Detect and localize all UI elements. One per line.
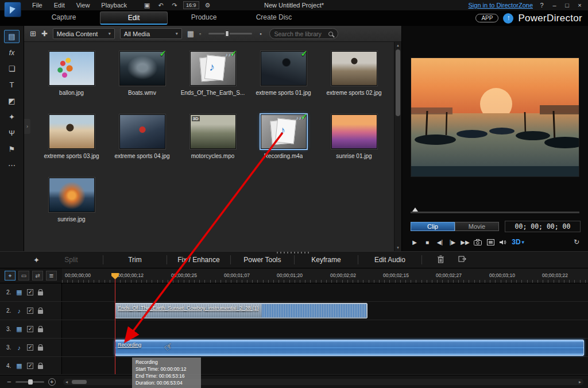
tab-edit[interactable]: Edit — [100, 11, 168, 25]
seek-handle[interactable] — [412, 208, 418, 212]
close-button[interactable]: × — [576, 2, 583, 9]
edit-audio-button[interactable]: Edit Audio — [358, 256, 421, 264]
tab-produce[interactable]: Produce — [170, 11, 238, 25]
zoom-in-icon[interactable]: + — [48, 378, 56, 386]
media-thumbnail[interactable] — [49, 114, 95, 149]
media-item[interactable]: extreme sports 04.jpg — [107, 114, 177, 178]
play-button[interactable]: ▶ — [408, 236, 421, 248]
track-enable-checkbox[interactable] — [27, 326, 33, 332]
delete-trash-icon[interactable] — [437, 255, 444, 265]
track-swap-icon[interactable]: ⇄ — [32, 271, 43, 281]
range-select-tool-icon[interactable]: ▭ — [18, 271, 29, 281]
next-frame-button[interactable]: |▶ — [446, 236, 459, 248]
maximize-button[interactable]: □ — [563, 2, 571, 9]
snapshot-camera-icon[interactable] — [471, 236, 484, 248]
scrollbar-thumb[interactable] — [396, 49, 400, 116]
menu-edit[interactable]: Edit — [48, 0, 71, 10]
media-item[interactable]: Boats.wmv — [107, 51, 177, 114]
pip-objects-room-icon[interactable]: ❏ — [4, 62, 20, 75]
help-button[interactable]: ? — [538, 2, 546, 9]
effects-room-icon[interactable]: fx — [4, 46, 20, 59]
media-thumbnail[interactable] — [331, 51, 377, 86]
grid-view-icon[interactable]: ▦ — [187, 29, 194, 38]
preview-seek-bar[interactable] — [411, 212, 579, 213]
thumb-small-icon[interactable]: ▫ — [199, 31, 201, 37]
capture-window-icon[interactable] — [484, 236, 497, 248]
zoom-slider-thumb[interactable] — [28, 379, 33, 385]
upgrade-arrow-icon[interactable]: ↑ — [503, 13, 513, 24]
zoom-slider[interactable] — [16, 381, 44, 383]
media-thumbnail[interactable]: ♪ ♪♪♪ — [190, 51, 236, 86]
magic-wand-icon[interactable]: ✦ — [33, 256, 40, 264]
scrollbar-thumb[interactable] — [72, 380, 87, 384]
media-item[interactable]: sunrise 01.jpg — [319, 114, 389, 178]
scroll-up-icon[interactable]: ▴ — [394, 43, 401, 48]
track-body[interactable] — [62, 320, 588, 338]
thumb-large-icon[interactable]: ▪ — [260, 31, 261, 37]
media-thumbnail[interactable]: ♪ ♪♪♪ — [261, 114, 307, 149]
send-to-room-icon[interactable] — [458, 255, 467, 264]
media-content-dropdown[interactable]: Media Content — [53, 28, 115, 39]
scroll-down-icon[interactable]: ▾ — [394, 245, 401, 250]
media-room-icon[interactable]: ▤ — [4, 30, 20, 43]
redo-icon[interactable]: ↷ — [169, 2, 180, 9]
all-media-dropdown[interactable]: All Media — [120, 28, 182, 39]
fast-forward-button[interactable]: ▶▶ — [459, 236, 471, 248]
track-lock-icon[interactable] — [38, 365, 43, 369]
stop-button[interactable]: ■ — [421, 236, 434, 248]
trim-button[interactable]: Trim — [103, 256, 167, 264]
track-lock-icon[interactable] — [38, 310, 43, 314]
scroll-right-icon[interactable]: ▸ — [579, 379, 581, 385]
previous-frame-button[interactable]: ◀| — [434, 236, 446, 248]
import-media-icon[interactable]: ⊞ — [30, 29, 36, 38]
fix-enhance-button[interactable]: Fix / Enhance — [167, 256, 230, 264]
library-scrollbar[interactable]: ▴ ▾ — [394, 42, 401, 251]
zoom-out-icon[interactable]: − — [7, 378, 11, 386]
aspect-ratio-dropdown[interactable]: 16:9 — [183, 1, 199, 9]
undo-icon[interactable]: ↶ — [156, 2, 166, 9]
menu-playback[interactable]: Playback — [95, 0, 133, 10]
volume-speaker-icon[interactable] — [497, 236, 509, 248]
track-body[interactable]: Ends_Of_The_Earth_Sunset_Cowboy_instrume… — [62, 302, 588, 320]
clip-mode-button[interactable]: Clip — [411, 222, 455, 231]
media-thumbnail[interactable] — [331, 114, 377, 149]
panel-collapse-arrow[interactable]: › — [24, 119, 30, 134]
playhead-line[interactable] — [115, 275, 115, 374]
transition-room-icon[interactable]: ◩ — [4, 94, 20, 107]
minimize-button[interactable]: – — [551, 2, 558, 9]
library-search-box[interactable] — [269, 28, 338, 39]
scroll-left-icon[interactable]: ◂ — [65, 379, 68, 385]
timeline-ruler[interactable]: 00;00;00;00 00;00;00;12 00;00;00;25 00;0… — [62, 268, 588, 283]
keyframe-button[interactable]: Keyframe — [295, 256, 358, 264]
menu-view[interactable]: View — [71, 0, 96, 10]
particle-room-icon[interactable]: ✦ — [4, 110, 20, 124]
preview-timecode[interactable]: 00; 00; 00; 00 — [505, 221, 581, 232]
timeline-clip-recording[interactable]: Recording — [115, 340, 584, 356]
slider-thumb[interactable] — [225, 30, 229, 37]
media-item[interactable]: ♪ ♪♪♪ Ends_Of_The_Earth_S... — [177, 51, 248, 114]
signin-directorzone-link[interactable]: Sign in to DirectorZone — [469, 2, 533, 9]
media-item[interactable]: ballon.jpg — [36, 51, 107, 114]
panel-resize-handle[interactable] — [277, 252, 311, 253]
settings-gear-icon[interactable]: ⚙ — [203, 2, 213, 9]
select-tool-icon[interactable]: ⌖ — [5, 271, 16, 281]
track-lock-icon[interactable] — [38, 291, 43, 295]
track-enable-checkbox[interactable] — [27, 289, 33, 295]
media-thumbnail[interactable] — [119, 114, 165, 149]
menu-file[interactable]: File — [26, 0, 48, 10]
media-thumbnail[interactable] — [119, 51, 165, 86]
movie-mode-button[interactable]: Movie — [455, 222, 499, 231]
track-lock-icon[interactable] — [38, 328, 43, 332]
media-item[interactable]: extreme sports 03.jpg — [36, 114, 107, 178]
chapter-room-icon[interactable]: ⚑ — [4, 143, 20, 156]
app-badge[interactable]: APP — [475, 14, 498, 22]
tab-create-disc[interactable]: Create Disc — [240, 11, 308, 25]
title-room-icon[interactable]: T — [4, 78, 20, 91]
track-lock-icon[interactable] — [38, 347, 43, 351]
media-thumbnail[interactable] — [49, 178, 95, 212]
media-thumbnail[interactable] — [49, 51, 95, 86]
track-enable-checkbox[interactable] — [27, 363, 33, 369]
media-item[interactable]: extreme sports 01.jpg — [248, 51, 319, 114]
voiceover-room-icon[interactable]: Ψ — [4, 126, 20, 140]
timeline-clip-music[interactable]: Ends_Of_The_Earth_Sunset_Cowboy_instrume… — [115, 303, 368, 318]
